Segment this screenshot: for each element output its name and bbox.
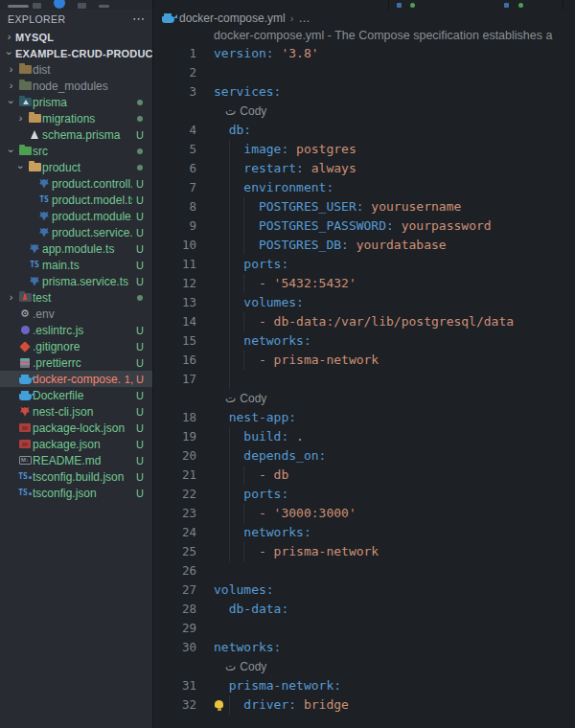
cody-lens-action[interactable]: تCody — [196, 657, 266, 676]
code-text[interactable]: - db — [196, 466, 288, 485]
code-text[interactable]: - prisma-network — [196, 351, 379, 370]
tree-item-main-ts[interactable]: TSmain.tsU — [0, 257, 152, 273]
line-number[interactable]: 2 — [154, 63, 196, 82]
code-text[interactable]: ports: — [196, 485, 288, 504]
tree-item-tsconfig-build-json[interactable]: TStsconfig.build.jsonU — [0, 468, 152, 485]
tree-item-migrations[interactable]: ›migrations — [0, 110, 152, 126]
code-text[interactable] — [196, 561, 214, 580]
line-number[interactable]: 21 — [154, 466, 196, 485]
line-number[interactable]: 7 — [154, 178, 196, 197]
line-number[interactable]: 13 — [154, 293, 196, 312]
line-number[interactable]: 5 — [154, 140, 196, 159]
code-text[interactable]: volumes: — [196, 580, 274, 600]
code-text[interactable] — [196, 370, 214, 389]
line-number[interactable]: 20 — [154, 446, 196, 466]
line-number[interactable]: 12 — [154, 274, 196, 293]
tab-modified-dot[interactable] — [410, 3, 415, 8]
tree-item-prisma-service-ts[interactable]: prisma.service.tsU — [0, 273, 152, 289]
tree-item-product[interactable]: ›product — [0, 159, 152, 175]
code-text[interactable]: - '3000:3000' — [196, 504, 356, 523]
tree-item-nest-cli-json[interactable]: nest-cli.jsonU — [0, 403, 152, 420]
code-text[interactable]: POSTGRES_PASSWORD: yourpassword — [196, 216, 492, 236]
code-text[interactable]: networks: — [196, 523, 311, 542]
code-text[interactable] — [196, 619, 214, 638]
line-number[interactable]: 6 — [154, 159, 196, 178]
lightbulb-icon[interactable] — [215, 700, 223, 708]
tree-item-docker-compose[interactable]: docker-compose....1, U — [0, 371, 152, 387]
code-text[interactable]: db-data: — [196, 600, 288, 619]
tree-item-dist[interactable]: ›dist — [0, 61, 152, 78]
code-text[interactable]: nest-app: — [196, 408, 296, 427]
tree-item-prettierrc[interactable]: .prettierrcU — [0, 354, 152, 371]
code-text[interactable]: volumes: — [196, 293, 304, 312]
line-number[interactable]: 26 — [154, 561, 196, 580]
tree-item-node-modules[interactable]: ›node_modules — [0, 78, 152, 94]
line-number[interactable]: 19 — [154, 427, 196, 446]
line-number[interactable]: 17 — [154, 370, 196, 389]
breadcrumb-symbol-ellipsis[interactable]: … — [298, 11, 310, 25]
tree-item-tsconfig-json[interactable]: TStsconfig.jsonU — [0, 485, 152, 501]
tab-modified-dot[interactable] — [518, 3, 523, 8]
code-text[interactable]: ports: — [196, 255, 288, 274]
cody-lens-action[interactable]: تCody — [196, 389, 266, 408]
tree-item-gitignore[interactable]: .gitignoreU — [0, 338, 152, 354]
line-number[interactable]: 31 — [154, 676, 196, 695]
line-number[interactable]: 24 — [154, 523, 196, 542]
tree-item-dockerfile[interactable]: DockerfileU — [0, 387, 152, 403]
code-text[interactable]: networks: — [196, 331, 311, 351]
cody-lens-action[interactable]: تCody — [196, 102, 266, 121]
tree-item-product-service-ts[interactable]: product.service.tsU — [0, 224, 152, 240]
code-text[interactable]: build: . — [196, 427, 304, 446]
line-number[interactable]: 1 — [154, 44, 196, 63]
tree-item-app-module-ts[interactable]: app.module.tsU — [0, 240, 152, 257]
line-number[interactable]: 14 — [154, 312, 196, 331]
line-number[interactable]: 32 — [154, 695, 196, 715]
code-text[interactable]: - prisma-network — [196, 542, 379, 561]
line-number[interactable]: 29 — [154, 619, 196, 638]
tree-item-schema-prisma[interactable]: schema.prismaU — [0, 126, 152, 143]
line-number[interactable]: 27 — [154, 580, 196, 600]
code-text[interactable]: - '5432:5432' — [196, 274, 356, 293]
tree-item-test[interactable]: ›test — [0, 289, 152, 306]
tab-file-icon[interactable] — [397, 3, 402, 8]
line-number[interactable]: 4 — [154, 121, 196, 140]
tab-file-icon[interactable] — [504, 3, 509, 8]
tree-item-product-module-ts[interactable]: product.module.tsU — [0, 208, 152, 224]
breadcrumb-file[interactable]: docker-compose.yml — [179, 11, 286, 25]
code-text[interactable]: version: '3.8' — [196, 44, 319, 63]
line-number[interactable]: 11 — [154, 255, 196, 274]
code-text[interactable]: POSTGRES_USER: yourusername — [196, 197, 461, 216]
code-text[interactable]: environment: — [196, 178, 334, 197]
line-number[interactable]: 18 — [154, 408, 196, 427]
code-text[interactable]: db: — [196, 121, 251, 140]
tree-item-src[interactable]: ›src — [0, 143, 152, 159]
code-text[interactable] — [196, 63, 214, 82]
tree-item-env[interactable]: ⚙.env — [0, 306, 152, 322]
section-mysql[interactable]: ›MYSQL — [0, 29, 152, 45]
code-text[interactable]: services: — [196, 82, 281, 102]
tree-item-eslintrc-js[interactable]: .eslintrc.jsU — [0, 322, 152, 338]
code-text[interactable]: networks: — [196, 638, 281, 657]
line-number[interactable]: 30 — [154, 638, 196, 657]
line-number[interactable]: 23 — [154, 504, 196, 523]
line-number[interactable]: 3 — [154, 82, 196, 102]
code-text[interactable]: POSTGRES_DB: yourdatabase — [196, 236, 447, 255]
tree-item-prisma[interactable]: ›prisma — [0, 94, 152, 110]
code-text[interactable]: depends_on: — [196, 446, 326, 466]
tree-item-product-model-ts[interactable]: TSproduct.model.tsU — [0, 192, 152, 208]
tree-item-product-controll[interactable]: product.controll...U — [0, 175, 152, 192]
line-number[interactable]: 22 — [154, 485, 196, 504]
code-text[interactable]: prisma-network: — [196, 676, 341, 695]
line-number[interactable]: 10 — [154, 236, 196, 255]
tree-item-readme-md[interactable]: M↓README.mdU — [0, 452, 152, 468]
section-example-crud-product[interactable]: ›EXAMPLE-CRUD-PRODUCT — [0, 45, 152, 61]
code-text[interactable]: image: postgres — [196, 140, 356, 159]
tree-item-package-json[interactable]: package.jsonU — [0, 436, 152, 452]
code-text[interactable]: restart: always — [196, 159, 356, 178]
line-number[interactable]: 15 — [154, 331, 196, 351]
line-number[interactable]: 9 — [154, 216, 196, 236]
line-number[interactable]: 28 — [154, 600, 196, 619]
more-actions-icon[interactable]: ⋯ — [132, 14, 145, 24]
tree-item-package-lock-json[interactable]: package-lock.jsonU — [0, 420, 152, 436]
line-number[interactable]: 25 — [154, 542, 196, 561]
